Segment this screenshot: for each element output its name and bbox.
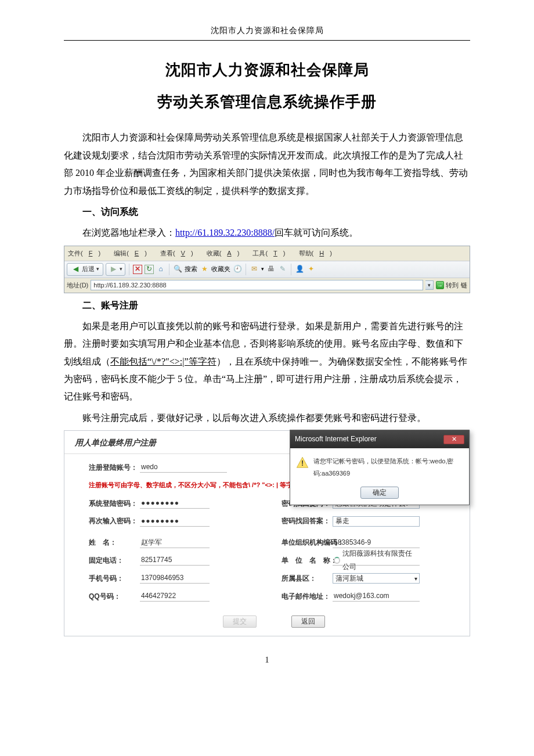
label-tel: 固定电话：: [89, 554, 135, 567]
menu-view[interactable]: 查看(V): [160, 250, 199, 257]
input-name[interactable]: 赵学军: [140, 538, 210, 548]
address-input[interactable]: http://61.189.32.230:8888: [91, 280, 423, 290]
forward-arrow-icon: ▶: [109, 265, 118, 274]
misc-icon[interactable]: ✦: [306, 265, 316, 274]
dialog-titlebar: Microsoft Internet Explorer ✕: [290, 430, 469, 448]
back-button[interactable]: ◀ 后退 ▾: [67, 263, 103, 276]
edit-icon[interactable]: ✎: [278, 265, 287, 274]
section-2-body-a: 如果是老用户可以直接凭以前的账号和密码进行登录。如果是新用户，需要首先进行账号的…: [64, 318, 470, 406]
running-header: 沈阳市人力资源和社会保障局: [64, 23, 470, 41]
input-answer[interactable]: 暴走: [333, 516, 420, 527]
dialog-title-text: Microsoft Internet Explorer: [295, 433, 377, 446]
section-2-title: 二、账号注册: [64, 297, 470, 314]
input-password[interactable]: ●●●●●●●●: [140, 498, 210, 509]
favorites-star-icon: ★: [200, 265, 209, 274]
input-unit[interactable]: 沈阳薇源科技有限责任公司: [333, 555, 420, 566]
input-account[interactable]: wedo: [140, 462, 227, 473]
svg-text:!: !: [301, 459, 304, 467]
dialog-message: 请您牢记帐号密码，以便登陆系统：帐号:wedo,密码:aa369369: [313, 455, 463, 480]
browser-toolbar: ◀ 后退 ▾ ▶ ▾ ✕ ↻ ⌂ 🔍 搜索 ★ 收藏夹 🕘 ✉ ▾ 🖶 ✎ 👤 …: [64, 261, 470, 278]
address-bar-row: 地址(D) http://61.189.32.230:8888 ▾ → 转到 链: [64, 278, 470, 293]
input-tel[interactable]: 82517745: [140, 555, 210, 566]
label-district: 所属县区：: [282, 572, 328, 585]
dialog-close-button[interactable]: ✕: [443, 435, 464, 444]
title-line-1: 沈阳市人力资源和社会保障局: [64, 56, 470, 84]
input-org[interactable]: 58385346-9: [333, 538, 420, 548]
menu-tools[interactable]: 工具(T): [252, 250, 291, 257]
browser-window: 文件(F) 编辑(E) 查看(V) 收藏(A) 工具(T) 帮助(H) ◀ 后退…: [64, 246, 470, 293]
section-1-body: 在浏览器地址栏录入：http://61.189.32.230:8888/回车就可…: [64, 224, 470, 242]
links-label[interactable]: 链: [461, 279, 467, 291]
label-qq: QQ号码：: [89, 590, 135, 603]
history-icon[interactable]: 🕘: [233, 265, 242, 274]
messenger-icon[interactable]: 👤: [295, 265, 304, 274]
loading-spinner-icon: [334, 557, 340, 564]
input-password2[interactable]: ●●●●●●●●: [140, 516, 210, 527]
ie-alert-dialog: Microsoft Internet Explorer ✕ ! 请您牢记帐号密码…: [290, 430, 470, 505]
section-1-title: 一、访问系统: [64, 203, 470, 221]
menu-favorites[interactable]: 收藏(A): [207, 250, 246, 257]
warning-icon: !: [296, 455, 309, 470]
address-dropdown-icon[interactable]: ▾: [425, 280, 434, 290]
search-icon: 🔍: [173, 265, 182, 274]
input-email[interactable]: wedokj@163.com: [333, 591, 420, 602]
label-account: 注册登陆账号：: [89, 461, 135, 474]
label-password: 系统登陆密码：: [89, 497, 135, 510]
page-number: 1: [64, 653, 470, 668]
label-email: 电子邮件地址：: [282, 590, 328, 603]
mail-icon[interactable]: ✉: [250, 265, 259, 274]
print-icon[interactable]: 🖶: [266, 265, 276, 274]
input-mobile[interactable]: 13709846953: [140, 573, 210, 584]
select-district[interactable]: 蒲河新城: [333, 573, 420, 584]
search-label[interactable]: 搜索: [185, 263, 197, 275]
go-arrow-icon: →: [436, 281, 444, 289]
forward-button[interactable]: ▶ ▾: [106, 263, 125, 276]
label-password2: 再次输入密码：: [89, 514, 135, 528]
stop-icon[interactable]: ✕: [133, 265, 142, 274]
system-url-link[interactable]: http://61.189.32.230:8888/: [175, 228, 275, 237]
menu-help[interactable]: 帮助(H): [299, 250, 338, 257]
back-label: 后退: [82, 263, 95, 275]
menu-edit[interactable]: 编辑(E): [114, 250, 153, 257]
refresh-icon[interactable]: ↻: [145, 265, 154, 274]
label-answer: 密码找回答案：: [282, 514, 328, 528]
home-icon[interactable]: ⌂: [156, 265, 165, 274]
address-label: 地址(D): [67, 279, 88, 291]
label-mobile: 手机号码：: [89, 572, 135, 585]
menu-file[interactable]: 文件(F): [68, 250, 106, 257]
dialog-ok-button[interactable]: 确定: [360, 487, 399, 499]
go-button[interactable]: → 转到: [436, 279, 459, 291]
label-org: 单位组织机构编码：: [282, 536, 328, 549]
input-qq[interactable]: 446427922: [140, 591, 210, 602]
title-line-2: 劳动关系管理信息系统操作手册: [64, 88, 470, 116]
back-arrow-icon: ◀: [71, 265, 80, 274]
submit-button[interactable]: 提交: [223, 615, 257, 628]
label-name: 姓 名：: [89, 536, 135, 549]
back-button[interactable]: 返回: [291, 615, 325, 628]
browser-menu-bar: 文件(F) 编辑(E) 查看(V) 收藏(A) 工具(T) 帮助(H): [64, 246, 470, 261]
intro-paragraph: 沈阳市人力资源和社会保障局劳动关系管理信息系统是根据国家人社部关于人力资源管理信…: [64, 129, 470, 200]
section-2-body-b: 账号注册完成后，要做好记录，以后每次进入系统操作都要凭账号和密码进行登录。: [64, 409, 470, 427]
label-unit: 单 位 名 称：: [282, 554, 328, 567]
favorites-label[interactable]: 收藏夹: [211, 263, 230, 275]
registration-form: Microsoft Internet Explorer ✕ ! 请您牢记帐号密码…: [64, 430, 470, 636]
